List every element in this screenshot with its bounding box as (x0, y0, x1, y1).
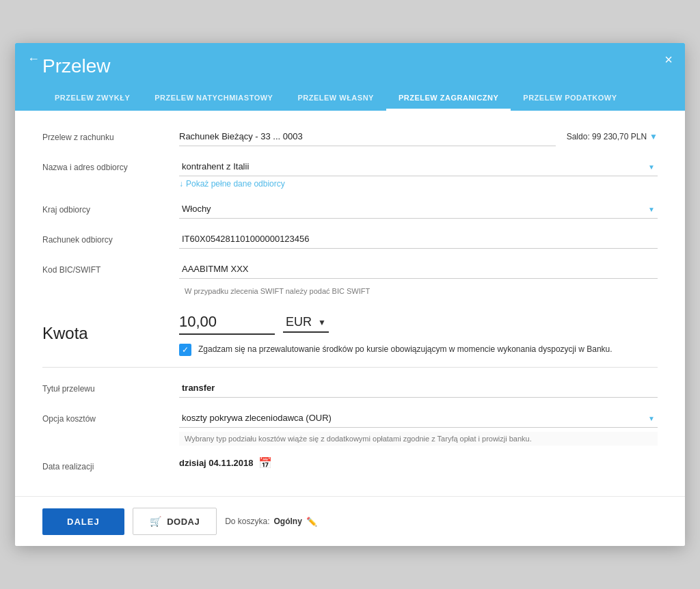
tytul-input[interactable] (179, 379, 658, 398)
basket-prefix: Do koszyka: (225, 517, 269, 526)
bic-input[interactable] (179, 260, 658, 279)
rachunek-input[interactable] (179, 230, 658, 249)
row-data: Data realizacji dzisiaj 04.11.2018 📅 (42, 456, 658, 471)
bic-hint: W przypadku zlecenia SWIFT należy podać … (179, 283, 658, 299)
date-value: dzisiaj 04.11.2018 (179, 458, 253, 468)
modal-header: ← × Przelew PRZELEW ZWYKŁY PRZELEW NATYC… (15, 43, 685, 111)
field-opcja: koszty pokrywa zleceniodawca (OUR) Wybra… (179, 409, 658, 446)
show-full-arrow: ↓ (179, 179, 183, 189)
kraj-select-wrapper: Włochy (179, 200, 658, 219)
tab-zwykly[interactable]: PRZELEW ZWYKŁY (42, 87, 142, 111)
saldo-display: Saldo: 99 230,70 PLN ▼ (567, 132, 658, 141)
currency-wrapper: EUR USD GBP PLN ▼ (283, 312, 329, 333)
dodaj-label: DODAJ (167, 517, 200, 527)
dodaj-button[interactable]: 🛒 DODAJ (133, 508, 217, 535)
row-opcja: Opcja kosztów koszty pokrywa zleceniodaw… (42, 409, 658, 446)
basket-info: Do koszyka: Ogólny ✏️ (225, 517, 317, 527)
label-bic: Kod BIC/SWIFT (42, 260, 179, 275)
currency-select[interactable]: EUR USD GBP PLN (283, 312, 329, 333)
basket-name: Ogólny (274, 517, 302, 526)
label-przelew-rachunku: Przelew z rachunku (42, 127, 179, 142)
field-kraj: Włochy (179, 200, 658, 219)
cart-icon: 🛒 (150, 516, 162, 527)
opcja-hint: Wybrany typ podziału kosztów wiąże się z… (179, 432, 658, 446)
label-data: Data realizacji (42, 456, 179, 471)
nazwa-select[interactable]: kontrahent z Italii (179, 157, 658, 176)
divider (42, 367, 658, 368)
field-kwota: EUR USD GBP PLN ▼ ✓ Zgadzam się na przew… (179, 310, 658, 356)
row-kwota: Kwota EUR USD GBP PLN ▼ (42, 310, 658, 356)
field-bic: W przypadku zlecenia SWIFT należy podać … (179, 260, 658, 299)
row-bic: Kod BIC/SWIFT W przypadku zlecenia SWIFT… (42, 260, 658, 299)
row-przelew-rachunku: Przelew z rachunku Rachunek Bieżący - 33… (42, 127, 658, 146)
modal-footer: DALEJ 🛒 DODAJ Do koszyka: Ogólny ✏️ (15, 496, 685, 546)
label-nazwa: Nazwa i adres odbiorcy (42, 157, 179, 172)
tab-natychmiastowy[interactable]: PRZELEW NATYCHMIASTOWY (142, 87, 285, 111)
row-tytul: Tytuł przelewu (42, 379, 658, 398)
kwota-section-label: Kwota (42, 313, 179, 354)
label-opcja: Opcja kosztów (42, 409, 179, 424)
show-full-link[interactable]: ↓ Pokaż pełne dane odbiorcy (179, 179, 658, 189)
field-rachunek (179, 230, 658, 249)
checkmark-icon: ✓ (182, 346, 189, 354)
kwota-title: Kwota (42, 324, 179, 343)
label-rachunek: Rachunek odbiorcy (42, 230, 179, 245)
amount-input[interactable] (179, 310, 275, 335)
currency-agreement-checkbox[interactable]: ✓ (179, 344, 191, 356)
saldo-dropdown-icon[interactable]: ▼ (649, 132, 658, 141)
row-nazwa: Nazwa i adres odbiorcy kontrahent z Ital… (42, 157, 658, 189)
account-saldo-wrapper: Rachunek Bieżący - 33 ... 0003 Saldo: 99… (179, 127, 658, 146)
close-button[interactable]: × (664, 53, 673, 66)
row-kraj: Kraj odbiorcy Włochy (42, 200, 658, 219)
dalej-button[interactable]: DALEJ (42, 508, 124, 535)
tab-zagraniczny[interactable]: PRZELEW ZAGRANICZNY (386, 87, 511, 111)
field-data: dzisiaj 04.11.2018 📅 (179, 456, 658, 469)
label-tytul: Tytuł przelewu (42, 379, 179, 394)
field-nazwa: kontrahent z Italii ↓ Pokaż pełne dane o… (179, 157, 658, 189)
amount-row: EUR USD GBP PLN ▼ (179, 310, 658, 335)
field-przelew-rachunku: Rachunek Bieżący - 33 ... 0003 Saldo: 99… (179, 127, 658, 146)
modal-container: ← × Przelew PRZELEW ZWYKŁY PRZELEW NATYC… (15, 43, 685, 546)
checkbox-label: Zgadzam się na przewalutowanie środków p… (198, 343, 612, 355)
row-rachunek: Rachunek odbiorcy (42, 230, 658, 249)
kraj-select[interactable]: Włochy (179, 200, 658, 219)
tabs-container: PRZELEW ZWYKŁY PRZELEW NATYCHMIASTOWY PR… (31, 87, 669, 111)
modal-title: Przelew (31, 55, 669, 87)
back-button[interactable]: ← (27, 53, 40, 65)
tab-własny[interactable]: PRZELEW WŁASNY (285, 87, 386, 111)
opcja-select-wrapper: koszty pokrywa zleceniodawca (OUR) (179, 409, 658, 428)
account-value: Rachunek Bieżący - 33 ... 0003 (179, 127, 556, 146)
field-tytul (179, 379, 658, 398)
edit-basket-icon[interactable]: ✏️ (306, 517, 317, 527)
label-kraj: Kraj odbiorcy (42, 200, 179, 215)
tab-podatkowy[interactable]: PRZELEW PODATKOWY (511, 87, 629, 111)
opcja-select[interactable]: koszty pokrywa zleceniodawca (OUR) (179, 409, 658, 428)
calendar-icon[interactable]: 📅 (258, 456, 272, 469)
date-display: dzisiaj 04.11.2018 📅 (179, 456, 658, 469)
checkbox-row: ✓ Zgadzam się na przewalutowanie środków… (179, 343, 658, 356)
modal-body: Przelew z rachunku Rachunek Bieżący - 33… (15, 111, 685, 496)
nazwa-select-wrapper: kontrahent z Italii (179, 157, 658, 176)
